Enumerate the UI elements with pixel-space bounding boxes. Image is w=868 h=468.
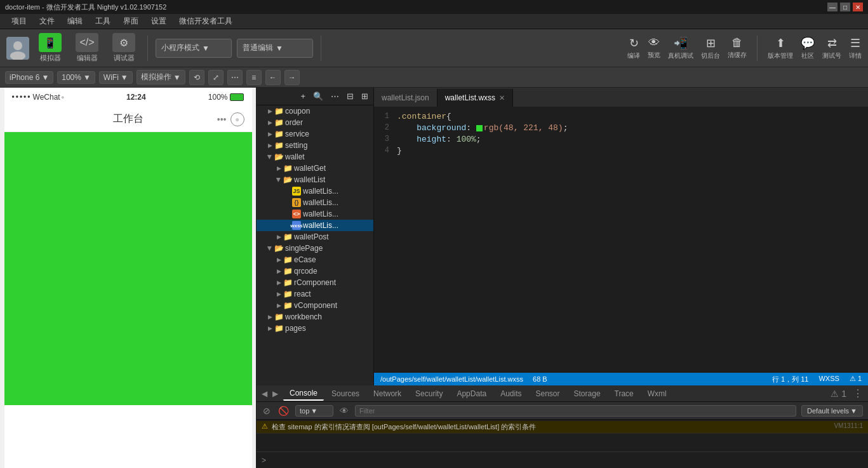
devtools-panel: ◀ ▶ Console Sources Network Security App…: [257, 385, 868, 468]
preview-button[interactable]: 👁 预览: [648, 36, 660, 60]
tree-folder-pages[interactable]: ▶ 📁 pages: [257, 323, 373, 334]
tree-folder-ecase[interactable]: ▶ 📁 eCase: [257, 254, 373, 265]
devtools-tab-sources[interactable]: Sources: [325, 387, 366, 400]
devtools-tab-network[interactable]: Network: [367, 387, 408, 400]
compile-select[interactable]: 普通编辑 ▼: [237, 39, 313, 58]
tree-file-walletlist-json[interactable]: ▶ {} walletLis...: [257, 197, 373, 208]
devtools-nav-right[interactable]: ▶: [272, 389, 278, 398]
more-tree-button[interactable]: ⋯: [328, 90, 342, 102]
tree-folder-setting[interactable]: ▶ 📁 setting: [257, 140, 373, 151]
devtools-tab-wxml[interactable]: Wxml: [641, 387, 673, 400]
devtools-tab-sensor[interactable]: Sensor: [530, 387, 566, 400]
debugger-button[interactable]: ⚙ 调试器: [108, 33, 140, 63]
add-file-button[interactable]: +: [298, 90, 308, 102]
devtools-warning-badge[interactable]: ⚠ 1: [831, 389, 846, 399]
menu-project[interactable]: 项目: [5, 15, 33, 28]
log-warn-content: 检查 sitemap 的索引情况请查阅 [outPages/self/walle…: [272, 422, 834, 432]
tree-file-walletlist-wxss[interactable]: ▶ wxss walletLis...: [257, 220, 373, 231]
tree-file-walletlist-js[interactable]: ▶ JS walletLis...: [257, 185, 373, 197]
maximize-button[interactable]: □: [840, 3, 850, 11]
editor-status-bar: /outPages/self/wallet/walletList/walletL…: [374, 373, 868, 385]
arrow-coupon: ▶: [265, 107, 274, 116]
rotate-button[interactable]: ⟲: [189, 70, 204, 85]
mode-select[interactable]: 小程序模式 ▼: [156, 39, 232, 58]
tab-walletlist-json[interactable]: walletList.json: [374, 89, 437, 107]
devtools-tab-security[interactable]: Security: [409, 387, 449, 400]
menu-interface[interactable]: 界面: [117, 15, 145, 28]
compile-button[interactable]: ↻ 编译: [627, 36, 640, 60]
devtools-filter-input[interactable]: [355, 405, 796, 417]
devtools-console-input[interactable]: [270, 456, 863, 465]
community-button[interactable]: 💬 社区: [801, 36, 815, 60]
zoom-select[interactable]: 100% ▼: [57, 71, 95, 84]
tree-folder-workbench[interactable]: ▶ 📁 workbench: [257, 311, 373, 323]
simulator-button[interactable]: 📱 模拟器: [34, 33, 66, 63]
cutback-button[interactable]: ⊞ 切后台: [701, 36, 720, 60]
version-button[interactable]: ⬆ 版本管理: [768, 36, 793, 60]
detail-button[interactable]: ☰ 详情: [849, 36, 862, 60]
tree-folder-walletlist[interactable]: ▶ 📂 walletList: [257, 174, 373, 185]
devtools-clear-button[interactable]: 🚫: [277, 404, 290, 417]
devtools-stop-button[interactable]: ⊘: [262, 404, 272, 417]
operation-select[interactable]: 模拟操作 ▼: [137, 70, 185, 84]
log-source: VM1311:1: [834, 422, 863, 429]
tree-file-walletlist-wxml[interactable]: ▶ <> walletLis...: [257, 208, 373, 220]
tree-folder-wallet[interactable]: ▶ 📂 wallet: [257, 151, 373, 163]
editor-label: 编辑器: [77, 53, 98, 63]
devtools-nav-left[interactable]: ◀: [262, 389, 267, 398]
tree-folder-qrcode[interactable]: ▶ 📁 qrcode: [257, 265, 373, 277]
wxml-icon: <>: [292, 210, 301, 218]
network-select[interactable]: WiFi ▼: [99, 71, 133, 84]
menu-file[interactable]: 文件: [33, 15, 61, 28]
editor-right-status: 行 1，列 11 WXSS ⚠ 1: [772, 375, 862, 384]
menu-wechat-devtools[interactable]: 微信开发者工具: [173, 15, 239, 28]
minimize-button[interactable]: —: [827, 3, 838, 11]
devtools-level-select[interactable]: Default levels ▼: [801, 405, 863, 417]
devtools-tab-storage[interactable]: Storage: [568, 387, 607, 400]
devtools-tab-audits[interactable]: Audits: [494, 387, 528, 400]
device-select[interactable]: iPhone 6 ▼: [5, 71, 53, 84]
devtools-toolbar: ⊘ 🚫 top ▼ 👁 Default levels ▼: [257, 402, 868, 420]
close-tab-button[interactable]: ✕: [499, 94, 505, 102]
tree-folder-react[interactable]: ▶ 📁 react: [257, 288, 373, 300]
devtools-eye-button[interactable]: 👁: [338, 404, 350, 417]
expand-button[interactable]: ⤢: [208, 70, 224, 85]
arrow-walletlist: ▶: [274, 175, 283, 184]
settings-icon[interactable]: ≡: [246, 70, 262, 85]
search-tree-button[interactable]: 🔍: [310, 90, 326, 102]
test-button[interactable]: ⇄ 测试号: [822, 36, 841, 60]
devtools-context-select[interactable]: top ▼: [295, 405, 333, 417]
realdev-button[interactable]: 📲 真机调试: [668, 36, 693, 60]
phone-more-button[interactable]: •••: [217, 114, 227, 124]
tree-folder-service[interactable]: ▶ 📁 service: [257, 128, 373, 140]
editor-filepath: /outPages/self/wallet/walletList/walletL…: [380, 375, 547, 383]
forward-button[interactable]: →: [284, 70, 300, 85]
tree-folder-walletpost[interactable]: ▶ 📁 walletPost: [257, 231, 373, 243]
more-button[interactable]: ⋯: [227, 70, 243, 85]
toolbar-sep-3: [757, 36, 758, 61]
close-button[interactable]: ✕: [853, 3, 863, 11]
tree-folder-walletget[interactable]: ▶ 📁 walletGet: [257, 163, 373, 174]
collapse-tree-button[interactable]: ⊟: [344, 90, 356, 102]
menu-edit[interactable]: 编辑: [61, 15, 89, 28]
devtools-more-button[interactable]: ⋮: [853, 387, 863, 399]
phone-content-area: [4, 132, 252, 405]
tree-folder-rcomponent[interactable]: ▶ 📁 rComponent: [257, 277, 373, 288]
tree-folder-singlepage[interactable]: ▶ 📂 singlePage: [257, 243, 373, 254]
devtools-tab-appdata[interactable]: AppData: [450, 387, 493, 400]
devtools-tab-trace[interactable]: Trace: [608, 387, 640, 400]
tree-folder-vcomponent[interactable]: ▶ 📁 vComponent: [257, 300, 373, 311]
tree-folder-coupon[interactable]: ▶ 📁 coupon: [257, 105, 373, 117]
phone-record-button[interactable]: ●: [230, 112, 244, 126]
devtools-tab-console[interactable]: Console: [283, 387, 324, 401]
back-button[interactable]: ←: [265, 70, 281, 85]
editor-button[interactable]: </> 编辑器: [71, 33, 103, 63]
menu-settings[interactable]: 设置: [145, 15, 173, 28]
split-tree-button[interactable]: ⊞: [359, 90, 371, 102]
menu-tools[interactable]: 工具: [89, 15, 117, 28]
folder-icon-ecase: 📁: [283, 255, 292, 264]
tree-folder-order[interactable]: ▶ 📁 order: [257, 117, 373, 128]
clearcache-button[interactable]: 🗑 清缓存: [728, 36, 747, 60]
avatar[interactable]: [6, 37, 29, 60]
tab-walletlist-wxss[interactable]: walletList.wxss ✕: [437, 89, 513, 107]
